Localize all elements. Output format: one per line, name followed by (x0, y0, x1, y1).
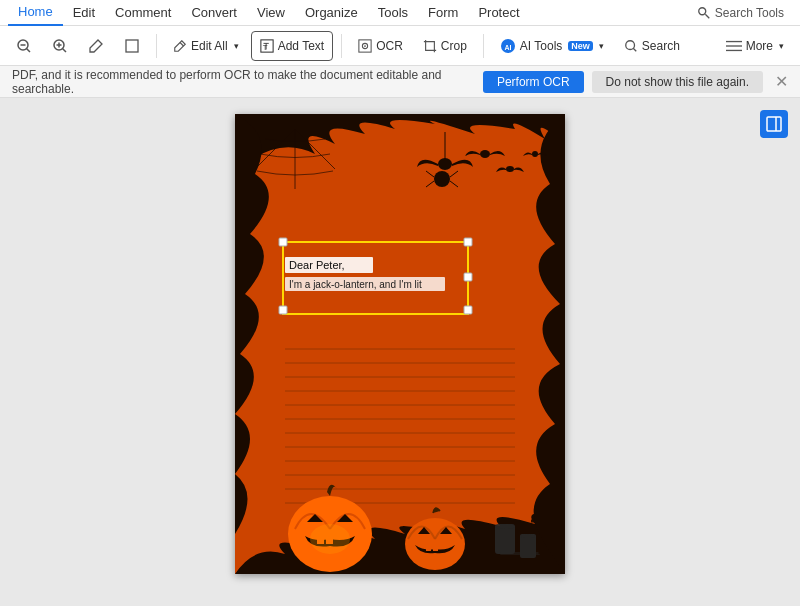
notification-bar: PDF, and it is recommended to perform OC… (0, 66, 800, 98)
edit-all-dropdown-arrow: ▾ (234, 41, 239, 51)
notification-text: PDF, and it is recommended to perform OC… (12, 68, 475, 96)
divider-3 (483, 34, 484, 58)
svg-point-17 (364, 45, 366, 47)
zoom-in-button[interactable] (44, 31, 76, 61)
ai-tools-button[interactable]: AI AI Tools New ▾ (492, 31, 612, 61)
more-dropdown-arrow: ▾ (779, 41, 784, 51)
divider-1 (156, 34, 157, 58)
highlight-button[interactable] (80, 31, 112, 61)
more-icon (726, 39, 742, 53)
ocr-button[interactable]: OCR (350, 31, 411, 61)
svg-rect-69 (464, 306, 472, 314)
select-rect-icon (124, 38, 140, 54)
divider-2 (341, 34, 342, 58)
zoom-in-icon (52, 38, 68, 54)
menu-protect[interactable]: Protect (468, 0, 529, 26)
svg-line-6 (63, 48, 67, 52)
search-tools-label: Search Tools (715, 6, 784, 20)
edit-all-icon (173, 39, 187, 53)
dismiss-button[interactable]: Do not show this file again. (592, 71, 763, 93)
add-text-label: Add Text (278, 39, 324, 53)
menu-edit[interactable]: Edit (63, 0, 105, 26)
menu-form[interactable]: Form (418, 0, 468, 26)
menu-home[interactable]: Home (8, 0, 63, 26)
edit-all-label: Edit All (191, 39, 228, 53)
menu-tools[interactable]: Tools (368, 0, 418, 26)
ocr-label: OCR (376, 39, 403, 53)
svg-rect-68 (279, 306, 287, 314)
ai-tools-dropdown-arrow: ▾ (599, 41, 604, 51)
svg-rect-59 (495, 524, 515, 529)
menu-bar: Home Edit Comment Convert View Organize … (0, 0, 800, 26)
toolbar: Edit All ▾ T Add Text OCR Crop AI AI Too… (0, 26, 800, 66)
svg-rect-57 (433, 546, 438, 551)
svg-point-31 (480, 150, 490, 158)
svg-rect-56 (426, 546, 431, 551)
add-text-icon: T (260, 39, 274, 53)
svg-rect-67 (464, 238, 472, 246)
content-area: Dear Peter, I'm a jack-o-lantern, and I'… (0, 98, 800, 606)
search-toolbar-icon (624, 39, 638, 53)
panel-toggle-button[interactable] (760, 110, 788, 138)
select-rect-button[interactable] (116, 31, 148, 61)
zoom-out-button[interactable] (8, 31, 40, 61)
ai-tools-label: AI Tools (520, 39, 562, 53)
more-label: More (746, 39, 773, 53)
svg-text:I'm a jack-o-lantern, and I'm : I'm a jack-o-lantern, and I'm lit (289, 279, 422, 290)
add-text-button[interactable]: T Add Text (251, 31, 333, 61)
menu-organize[interactable]: Organize (295, 0, 368, 26)
ai-icon: AI (500, 38, 516, 54)
zoom-out-icon (16, 38, 32, 54)
search-tools-icon (697, 6, 711, 20)
menu-convert[interactable]: Convert (181, 0, 247, 26)
highlight-icon (88, 38, 104, 54)
svg-rect-75 (767, 117, 781, 131)
svg-line-10 (180, 42, 184, 46)
svg-text:Dear Peter,: Dear Peter, (289, 259, 345, 271)
menu-comment[interactable]: Comment (105, 0, 181, 26)
svg-text:AI: AI (504, 43, 511, 50)
svg-point-55 (405, 518, 465, 570)
ocr-icon (358, 39, 372, 53)
close-notification-button[interactable]: ✕ (775, 72, 788, 91)
svg-line-1 (705, 14, 709, 18)
svg-rect-61 (520, 534, 536, 538)
svg-line-3 (27, 48, 31, 52)
svg-rect-66 (279, 238, 287, 246)
svg-point-34 (434, 171, 450, 187)
crop-label: Crop (441, 39, 467, 53)
svg-point-33 (532, 151, 538, 157)
edit-all-button[interactable]: Edit All ▾ (165, 31, 247, 61)
menu-view[interactable]: View (247, 0, 295, 26)
panel-icon (766, 116, 782, 132)
svg-point-0 (699, 7, 706, 14)
svg-line-21 (633, 48, 636, 51)
svg-text:T: T (262, 42, 267, 51)
search-label: Search (642, 39, 680, 53)
svg-point-32 (506, 166, 514, 172)
perform-ocr-button[interactable]: Perform OCR (483, 71, 584, 93)
document-page: Dear Peter, I'm a jack-o-lantern, and I'… (235, 114, 565, 574)
svg-rect-25 (235, 114, 565, 574)
ai-badge: New (568, 41, 593, 51)
svg-rect-9 (126, 40, 138, 52)
svg-rect-70 (464, 273, 472, 281)
svg-point-54 (310, 524, 350, 554)
more-button[interactable]: More ▾ (718, 31, 792, 61)
crop-icon (423, 39, 437, 53)
svg-rect-62 (500, 552, 540, 555)
svg-point-30 (438, 158, 452, 170)
crop-button[interactable]: Crop (415, 31, 475, 61)
search-tools-area[interactable]: Search Tools (689, 6, 792, 20)
search-button[interactable]: Search (616, 31, 688, 61)
halloween-document: Dear Peter, I'm a jack-o-lantern, and I'… (235, 114, 565, 574)
